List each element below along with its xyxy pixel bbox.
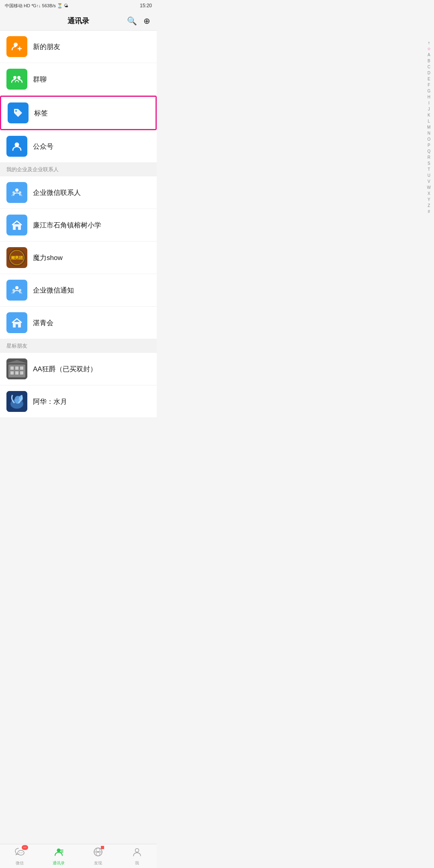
new-friends-label: 新的朋友 — [33, 42, 60, 51]
page-title: 通讯录 — [68, 16, 89, 26]
enterprise-items-list: 企业微信联系人 廉江市石角镇榕树小学 潮男团 魔力sh — [0, 176, 157, 339]
moli-show-item[interactable]: 潮男团 魔力show — [0, 242, 157, 274]
svg-point-5 — [15, 110, 17, 112]
search-icon[interactable]: 🔍 — [127, 16, 137, 26]
svg-rect-30 — [15, 371, 18, 375]
svg-point-4 — [17, 76, 20, 79]
zhanqing-icon — [6, 312, 27, 333]
aa-duke-avatar — [6, 358, 27, 379]
svg-rect-22 — [16, 324, 18, 328]
official-accounts-item[interactable]: 公众号 — [0, 130, 157, 163]
svg-rect-28 — [20, 366, 23, 370]
svg-text:潮男团: 潮男团 — [11, 256, 23, 260]
ahua-avatar — [6, 391, 27, 412]
add-icon[interactable]: ⊕ — [143, 16, 150, 26]
svg-rect-31 — [20, 371, 23, 375]
svg-point-0 — [14, 43, 18, 47]
svg-point-9 — [19, 191, 21, 194]
aa-duke-label: AA狂爵（已买双封） — [33, 364, 97, 374]
group-chat-item[interactable]: 群聊 — [0, 63, 157, 96]
enterprise-contacts-label: 企业微信联系人 — [33, 188, 81, 197]
svg-rect-29 — [10, 371, 14, 375]
header: 通讯录 🔍 ⊕ — [0, 11, 157, 31]
enterprise-notice-icon — [6, 280, 27, 301]
official-accounts-icon — [6, 136, 27, 157]
tags-icon — [8, 102, 29, 123]
moli-show-label: 魔力show — [33, 253, 63, 262]
status-bar: 中国移动 HD ⁴G↑↓ 563B/s ⏳ 🌤 15:20 — [0, 0, 157, 11]
svg-point-19 — [12, 289, 15, 291]
school-icon — [6, 215, 27, 235]
group-chat-icon — [6, 69, 27, 90]
moli-show-icon: 潮男团 — [6, 247, 27, 268]
carrier-info: 中国移动 HD ⁴G↑↓ 563B/s ⏳ 🌤 — [5, 3, 68, 9]
ahua-label: 阿华：水月 — [33, 397, 67, 406]
svg-point-7 — [15, 188, 18, 192]
enterprise-section-header: 我的企业及企业联系人 — [0, 163, 157, 176]
star-section-header: 星标朋友 — [0, 339, 157, 353]
svg-rect-26 — [10, 366, 14, 370]
enterprise-contacts-item[interactable]: 企业微信联系人 — [0, 176, 157, 209]
svg-point-18 — [15, 286, 18, 289]
svg-point-3 — [13, 76, 16, 79]
tags-label: 标签 — [34, 108, 48, 118]
enterprise-notice-item[interactable]: 企业微信通知 — [0, 274, 157, 307]
quick-items-list: 新的朋友 群聊 — [0, 31, 157, 163]
enterprise-contacts-icon — [6, 182, 27, 203]
ahua-item[interactable]: 阿华：水月 — [0, 385, 157, 418]
new-friends-icon — [6, 36, 27, 57]
new-friends-item[interactable]: 新的朋友 — [0, 31, 157, 63]
tags-item[interactable]: 标签 — [0, 96, 157, 130]
zhanqing-item[interactable]: 湛青会 — [0, 307, 157, 339]
official-accounts-label: 公众号 — [33, 142, 53, 151]
time: 15:20 — [140, 3, 152, 8]
school-label: 廉江市石角镇榕树小学 — [33, 221, 101, 230]
svg-rect-14 — [16, 227, 18, 230]
svg-rect-25 — [8, 364, 25, 377]
svg-point-8 — [12, 191, 15, 194]
svg-rect-27 — [15, 366, 18, 370]
star-items-list: AA狂爵（已买双封） 阿华：水月 — [0, 353, 157, 418]
zhanqing-label: 湛青会 — [33, 318, 53, 328]
svg-point-20 — [19, 289, 21, 291]
group-chat-label: 群聊 — [33, 75, 47, 84]
aa-duke-item[interactable]: AA狂爵（已买双封） — [0, 353, 157, 385]
school-item[interactable]: 廉江市石角镇榕树小学 — [0, 209, 157, 242]
enterprise-notice-label: 企业微信通知 — [33, 286, 74, 295]
